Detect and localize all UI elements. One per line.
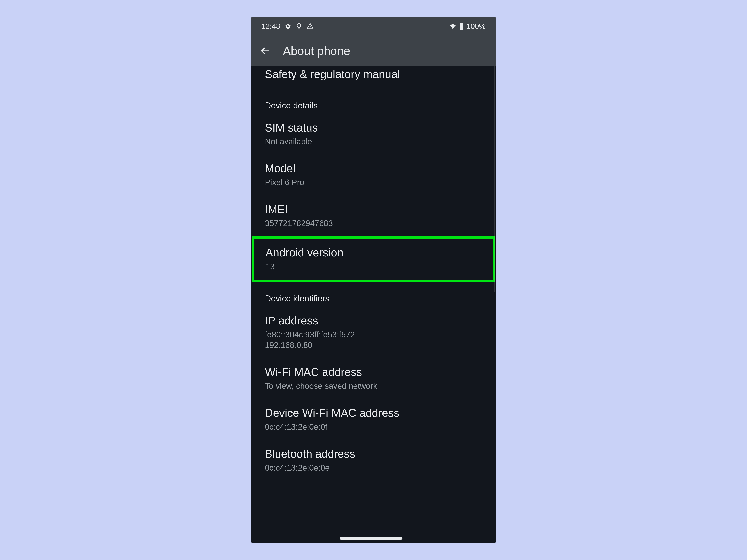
row-title: Bluetooth address xyxy=(265,447,482,461)
row-title: Wi-Fi MAC address xyxy=(265,365,482,379)
app-bar: About phone xyxy=(251,36,496,66)
warning-triangle-icon xyxy=(307,23,314,30)
row-subtitle: To view, choose saved network xyxy=(265,381,482,391)
row-device-wifi-mac[interactable]: Device Wi-Fi MAC address 0c:c4:13:2e:0e:… xyxy=(251,399,496,440)
page-title: About phone xyxy=(283,44,350,58)
scrollbar[interactable] xyxy=(494,66,495,292)
row-title: Safety & regulatory manual xyxy=(265,67,482,81)
row-android-version[interactable]: Android version 13 xyxy=(254,239,493,279)
row-subtitle: 357721782947683 xyxy=(265,218,482,229)
row-subtitle: 0c:c4:13:2e:0e:0f xyxy=(265,422,482,432)
section-device-identifiers: Device identifiers xyxy=(251,282,496,307)
row-ip-address[interactable]: IP address fe80::304c:93ff:fe53:f572 192… xyxy=(251,307,496,358)
row-model[interactable]: Model Pixel 6 Pro xyxy=(251,155,496,195)
status-left: 12:48 xyxy=(261,22,314,30)
status-right: 100% xyxy=(449,22,486,30)
battery-text: 100% xyxy=(466,22,486,30)
status-bar: 12:48 100% xyxy=(251,17,496,36)
content-scroll[interactable]: Safety & regulatory manual Device detail… xyxy=(251,66,496,543)
row-title: Model xyxy=(265,161,482,176)
row-sim-status[interactable]: SIM status Not available xyxy=(251,114,496,155)
row-subtitle: fe80::304c:93ff:fe53:f572 192.168.0.80 xyxy=(265,329,482,351)
row-subtitle: Not available xyxy=(265,136,482,147)
row-subtitle: 0c:c4:13:2e:0e:0e xyxy=(265,462,482,473)
gear-icon xyxy=(284,23,291,30)
row-title: IP address xyxy=(265,314,482,328)
wifi-icon xyxy=(449,23,457,30)
row-wifi-mac[interactable]: Wi-Fi MAC address To view, choose saved … xyxy=(251,358,496,399)
highlight-annotation: Android version 13 xyxy=(252,236,495,282)
back-button[interactable] xyxy=(258,44,272,58)
row-title: Android version xyxy=(265,245,479,260)
phone-frame: 12:48 100% About phone xyxy=(251,17,496,543)
bulb-icon xyxy=(295,23,303,30)
row-bluetooth-address[interactable]: Bluetooth address 0c:c4:13:2e:0e:0e xyxy=(251,440,496,481)
row-imei[interactable]: IMEI 357721782947683 xyxy=(251,195,496,236)
row-title: Device Wi-Fi MAC address xyxy=(265,406,482,420)
status-time: 12:48 xyxy=(261,22,280,30)
row-title: IMEI xyxy=(265,202,482,216)
gesture-nav-bar[interactable] xyxy=(339,537,402,540)
battery-icon xyxy=(459,23,464,30)
row-subtitle: 13 xyxy=(265,261,479,272)
arrow-left-icon xyxy=(260,46,271,56)
row-title: SIM status xyxy=(265,121,482,135)
section-device-details: Device details xyxy=(251,89,496,114)
row-subtitle: Pixel 6 Pro xyxy=(265,177,482,188)
row-safety-regulatory[interactable]: Safety & regulatory manual xyxy=(251,66,496,89)
